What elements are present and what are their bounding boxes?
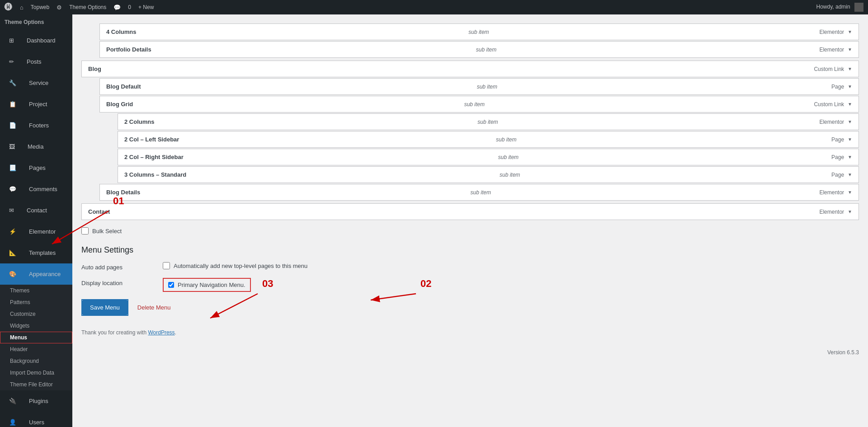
comments-count[interactable]: 0 — [128, 4, 131, 10]
dropdown-arrow-contact[interactable]: ▼ — [848, 209, 852, 214]
bulk-select-checkbox[interactable] — [81, 227, 89, 235]
submenu-widgets[interactable]: Widgets — [0, 320, 72, 332]
appearance-icon: 🎨 — [5, 267, 21, 281]
wordpress-link[interactable]: WordPress — [148, 329, 175, 336]
comments-menu-icon: 💬 — [5, 182, 21, 196]
menu-item-blog-details[interactable]: Blog Details sub item Elementor ▼ — [99, 184, 859, 201]
project-icon: 📋 — [5, 97, 21, 111]
dropdown-arrow-portfolio[interactable]: ▼ — [848, 47, 852, 52]
gear-icon: ⚙ — [57, 4, 62, 11]
auto-add-value: Automatically add new top-level pages to… — [163, 262, 859, 269]
submenu-import-demo[interactable]: Import Demo Data — [0, 367, 72, 379]
menu-item-2col-left[interactable]: 2 Col – Left Sidebar sub item Page ▼ — [118, 131, 859, 148]
howdy-text: Howdy, admin — [816, 4, 850, 10]
sidebar-item-templates[interactable]: 📐 Templates — [0, 242, 72, 263]
theme-options-label: Theme Options — [0, 14, 72, 30]
menu-item-2col-right[interactable]: 2 Col – Right Sidebar sub item Page ▼ — [118, 149, 859, 165]
menu-item-blog-grid[interactable]: Blog Grid sub item Custom Link ▼ — [99, 96, 859, 113]
sidebar-item-users[interactable]: 👤 Users — [0, 412, 72, 427]
display-location-value: Primary Navigation Menu. — [163, 278, 859, 292]
bulk-select-area: Bulk Select — [81, 227, 859, 235]
dropdown-arrow-blog-grid[interactable]: ▼ — [848, 102, 852, 107]
primary-nav-checkbox[interactable] — [168, 282, 174, 288]
sidebar-item-footers[interactable]: 📄 Footers — [0, 115, 72, 136]
save-button-highlight: Save Menu — [81, 299, 128, 316]
footers-icon: 📄 — [5, 118, 21, 132]
menu-item-4col[interactable]: 4 Columns sub item Elementor ▼ — [99, 23, 859, 40]
auto-add-label: Auto add pages — [81, 262, 154, 271]
site-name[interactable]: Topweb — [31, 4, 49, 10]
elementor-icon: ⚡ — [5, 225, 21, 239]
version-text: Version 6.5.3 — [81, 349, 859, 356]
dropdown-arrow-blog-default[interactable]: ▼ — [848, 84, 852, 89]
dropdown-arrow-3col[interactable]: ▼ — [848, 172, 852, 177]
templates-icon: 📐 — [5, 246, 21, 260]
dropdown-arrow-2col-left[interactable]: ▼ — [848, 137, 852, 142]
sidebar-item-service[interactable]: 🔧 Service — [0, 72, 72, 94]
submenu-header[interactable]: Header — [0, 343, 72, 355]
sidebar-item-elementor[interactable]: ⚡ Elementor — [0, 221, 72, 242]
menu-items-list: 4 Columns sub item Elementor ▼ Portfolio… — [81, 23, 859, 220]
footer-text: Thank you for creating with WordPress. — [81, 329, 859, 336]
menu-settings: Menu Settings Auto add pages Automatical… — [81, 245, 859, 316]
contact-icon: ✉ — [5, 203, 19, 217]
sidebar-menu: ⊞ Dashboard ✏ Posts 🔧 Service 📋 Project … — [0, 30, 72, 427]
sidebar-item-contact[interactable]: ✉ Contact — [0, 200, 72, 221]
posts-icon: ✏ — [5, 55, 19, 69]
menu-item-contact[interactable]: Contact Elementor ▼ — [81, 203, 859, 220]
dropdown-arrow-4col[interactable]: ▼ — [848, 29, 852, 34]
menu-item-blog-default[interactable]: Blog Default sub item Page ▼ — [99, 78, 859, 95]
wp-logo: 🅦 — [5, 3, 13, 12]
service-icon: 🔧 — [5, 76, 21, 90]
sidebar-item-dashboard[interactable]: ⊞ Dashboard — [0, 30, 72, 51]
submenu-menus[interactable]: Menus — [0, 332, 72, 343]
sidebar-item-plugins[interactable]: 🔌 Plugins — [0, 390, 72, 412]
users-icon: 👤 — [5, 415, 21, 427]
sidebar-item-comments[interactable]: 💬 Comments — [0, 178, 72, 200]
menu-settings-title: Menu Settings — [81, 245, 859, 255]
dashboard-icon: ⊞ — [5, 33, 19, 47]
primary-nav-box: Primary Navigation Menu. — [163, 278, 251, 292]
sidebar-item-pages[interactable]: 📃 Pages — [0, 157, 72, 178]
form-actions: Save Menu Delete Menu — [81, 299, 859, 316]
submenu-theme-file-editor[interactable]: Theme File Editor — [0, 379, 72, 390]
new-button[interactable]: + New — [138, 4, 154, 10]
submenu-patterns[interactable]: Patterns — [0, 296, 72, 308]
submenu-background[interactable]: Background — [0, 355, 72, 367]
dropdown-arrow-2col-right[interactable]: ▼ — [848, 155, 852, 160]
admin-avatar — [854, 3, 863, 12]
main-content: 4 Columns sub item Elementor ▼ Portfolio… — [72, 14, 868, 427]
media-icon: 🖼 — [5, 140, 19, 154]
save-menu-button[interactable]: Save Menu — [82, 300, 127, 315]
primary-nav-label: Primary Navigation Menu. — [178, 282, 245, 288]
theme-options[interactable]: Theme Options — [69, 4, 106, 10]
auto-add-text: Automatically add new top-level pages to… — [174, 263, 307, 269]
dropdown-arrow-blog-details[interactable]: ▼ — [848, 190, 852, 195]
bulk-select-label[interactable]: Bulk Select — [92, 228, 122, 235]
dropdown-arrow-blog[interactable]: ▼ — [848, 66, 852, 71]
menu-item-3col[interactable]: 3 Columns – Standard sub item Page ▼ — [118, 166, 859, 183]
dropdown-arrow-2col[interactable]: ▼ — [848, 119, 852, 124]
appearance-submenu: Themes Patterns Customize Widgets Menus … — [0, 285, 72, 390]
site-icon: ⌂ — [20, 4, 24, 11]
delete-menu-button[interactable]: Delete Menu — [137, 304, 171, 311]
topbar: 🅦 ⌂ Topweb ⚙ Theme Options 💬 0 + New How… — [0, 0, 868, 14]
comments-icon: 💬 — [113, 4, 121, 11]
menu-item-portfolio[interactable]: Portfolio Details sub item Elementor ▼ — [99, 41, 859, 58]
menu-item-blog[interactable]: Blog Custom Link ▼ — [81, 61, 859, 77]
pages-icon: 📃 — [5, 161, 21, 175]
submenu-themes[interactable]: Themes — [0, 285, 72, 296]
submenu-customize[interactable]: Customize — [0, 308, 72, 320]
display-location-label: Display location — [81, 278, 154, 286]
plugins-icon: 🔌 — [5, 394, 21, 408]
menu-item-2col[interactable]: 2 Columns sub item Elementor ▼ — [118, 113, 859, 130]
sidebar-item-media[interactable]: 🖼 Media — [0, 136, 72, 157]
auto-add-checkbox[interactable] — [163, 262, 170, 269]
sidebar-item-posts[interactable]: ✏ Posts — [0, 51, 72, 72]
sidebar-item-project[interactable]: 📋 Project — [0, 94, 72, 115]
sidebar: Theme Options ⊞ Dashboard ✏ Posts 🔧 Serv… — [0, 14, 72, 427]
auto-add-pages-row: Auto add pages Automatically add new top… — [81, 262, 859, 271]
display-location-row: Display location Primary Navigation Menu… — [81, 278, 859, 292]
appearance-arrow: ◀ — [69, 267, 72, 281]
sidebar-item-appearance[interactable]: 🎨 Appearance ◀ Themes Patterns Customize… — [0, 263, 72, 390]
